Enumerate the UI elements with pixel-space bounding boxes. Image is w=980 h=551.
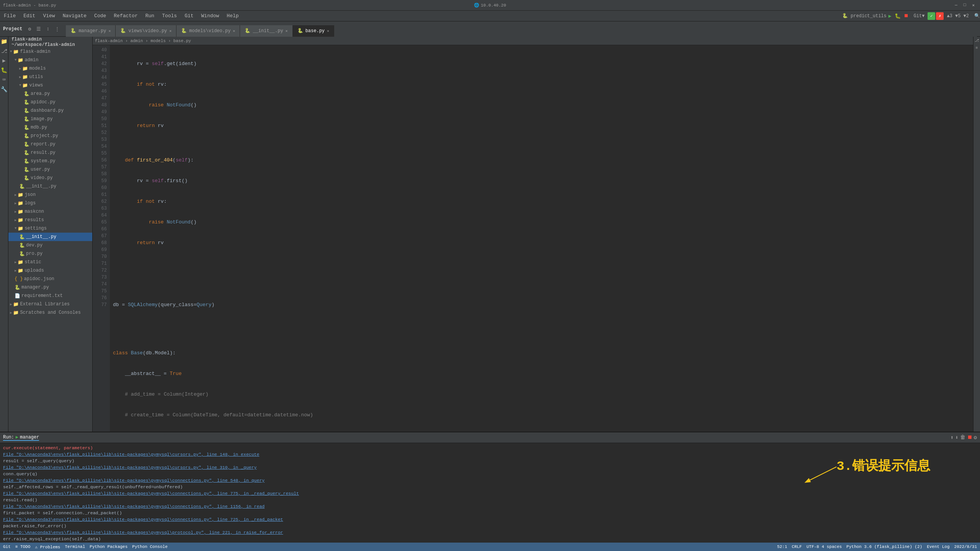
sidebar-item-report-py[interactable]: 🐍 report.py [8,140,92,148]
tab-models-video-py[interactable]: 🐍 models\video.py ✕ [176,25,240,37]
code-lines[interactable]: rv = self.get(ident) if not rv: raise No… [110,45,973,432]
sidebar-item-admin[interactable]: ▼ 📁 admin [8,56,92,64]
sidebar-item-apidoc-json[interactable]: { } apidoc.json [8,275,92,283]
tab-base-close[interactable]: ✕ [327,29,329,33]
sidebar-item-dev-py[interactable]: 🐍 dev.py [8,241,92,249]
status-python-packages[interactable]: Python Packages [90,544,127,549]
run-tool-icon[interactable]: ▶ [2,57,5,64]
sidebar-item-user-py[interactable]: 🐍 user.py [8,165,92,174]
panel-settings-icon[interactable]: ⚙ [974,434,977,441]
output-line-12[interactable]: File "D:\Anaconda3\envs\flask_pilline\li… [3,516,977,523]
menu-file[interactable]: File [0,11,20,21]
sidebar-item-external-libraries[interactable]: ▶ 📁 External Libraries [8,300,92,308]
toolbar-more-icon[interactable]: ⋮ [53,25,61,33]
sidebar-item-flask-admin[interactable]: ▼ 📁 flask-admin [8,47,92,56]
debug-button[interactable]: 🐛 [893,13,902,19]
scroll-top-icon[interactable]: ⬆ [951,434,954,441]
status-problems[interactable]: ⚠ Problems [35,544,60,549]
tab-init-close[interactable]: ✕ [286,29,288,33]
minimize-btn[interactable]: — [952,2,960,8]
status-python-console[interactable]: Python Console [132,544,167,549]
menu-git[interactable]: Git [181,11,197,21]
output-line-6[interactable]: File "D:\Anaconda3\envs\flask_pilline\li… [3,477,977,484]
menu-edit[interactable]: Edit [20,11,39,21]
status-git[interactable]: Git [3,544,11,549]
status-terminal[interactable]: Terminal [65,544,85,549]
output-line-8[interactable]: File "D:\Anaconda3\envs\flask_pilline\li… [3,490,977,497]
sidebar-item-init-settings[interactable]: 🐍 __init__.py [8,233,92,241]
output-line-7: self._affected_rows = self._read_query_r… [3,484,977,490]
toolbar-layout-icon[interactable]: ☰ [34,25,43,33]
sidebar-item-settings[interactable]: ▼ 📁 settings [8,224,92,233]
status-event-log[interactable]: Event Log [927,544,949,549]
debug-tool-icon[interactable]: 🐛 [1,67,7,73]
menu-window[interactable]: Window [198,11,223,21]
sidebar-item-video-py[interactable]: 🐍 video.py [8,174,92,182]
sidebar-item-json[interactable]: ▶ 📁 json [8,191,92,199]
right-panel-structure-icon[interactable]: ≡ [975,46,978,50]
menu-view[interactable]: View [39,11,59,21]
menu-tools[interactable]: Tools [158,11,181,21]
menu-run[interactable]: Run [142,11,158,21]
sidebar-item-logs[interactable]: ▶ 📁 logs [8,199,92,207]
sidebar-item-mdb-py[interactable]: 🐍 mdb.py [8,123,92,132]
sidebar-item-scratches[interactable]: ▶ 📁 Scratches and Consoles [8,308,92,317]
run-button[interactable]: ▶ [887,13,893,19]
structure-tool-icon[interactable]: 🔧 [1,86,7,93]
tab-manager-close[interactable]: ✕ [108,29,111,33]
terminal-tool-icon[interactable]: ⌨ [2,77,5,83]
sidebar-item-apidoc-py[interactable]: 🐍 apidoc.py [8,98,92,106]
tab-init-py[interactable]: 🐍 __init__.py ✕ [240,25,292,37]
sidebar-item-uploads[interactable]: ▶ 📁 uploads [8,266,92,275]
sidebar-item-result-py[interactable]: 🐍 result.py [8,148,92,157]
toolbar-settings-icon[interactable]: ⚙ [25,25,34,33]
sidebar-item-pro-py[interactable]: 🐍 pro.py [8,249,92,258]
tab-base-py[interactable]: 🐍 base.py ✕ [293,25,334,37]
sidebar-item-project-py[interactable]: 🐍 project.py [8,132,92,140]
window-title-bar: flask-admin - base.py 🌐 10.0.40.20 — □ ✕ [0,0,980,11]
clear-icon[interactable]: 🗑 [960,434,965,441]
close-btn[interactable]: ✕ [970,2,977,8]
code-content[interactable]: 40414243 44454647 48495051 52535455 5657… [93,45,973,432]
label-user-py: user.py [31,167,50,172]
tab-manager-py[interactable]: 🐍 manager.py ✕ [66,25,116,37]
toolbar-sort-icon[interactable]: ↕ [44,25,52,33]
sidebar-item-utils[interactable]: ▶ 📁 utils [8,73,92,81]
sidebar-item-views[interactable]: ▼ 📁 views [8,81,92,90]
menu-refactor[interactable]: Refactor [110,11,141,21]
label-utils: utils [29,74,43,80]
search-icon[interactable]: 🔍 [974,13,980,19]
output-line-4[interactable]: File "D:\Anaconda3\envs\flask_pilline\li… [3,464,977,471]
tab-views-video-close[interactable]: ✕ [169,29,172,33]
stop-button[interactable]: ⏹ [903,13,910,19]
project-tool-icon[interactable]: 📁 [1,38,7,45]
scroll-bottom-icon[interactable]: ⬇ [955,434,958,441]
sidebar-item-system-py[interactable]: 🐍 system.py [8,157,92,165]
commit-tool-icon[interactable]: ⎇ [1,48,7,54]
sidebar-item-static[interactable]: ▶ 📁 static [8,258,92,266]
tab-views-video-py[interactable]: 🐍 views\video.py ✕ [116,25,176,37]
menu-navigate[interactable]: Navigate [59,11,90,21]
sidebar-item-maskcnn[interactable]: ▶ 📁 maskcnn [8,207,92,216]
sidebar-item-results[interactable]: ▶ 📁 results [8,216,92,224]
output-line-10[interactable]: File "D:\Anaconda3\envs\flask_pilline\li… [3,503,977,510]
status-date: 2022/8/31 [954,544,977,549]
menu-code[interactable]: Code [90,11,110,21]
status-todo[interactable]: ≡ TODO [15,544,31,549]
sidebar-item-models[interactable]: ▶ 📁 models [8,64,92,73]
sidebar-item-init-py[interactable]: 🐍 __init__.py [8,182,92,191]
right-panel-git-icon[interactable]: ⎇ [975,38,979,43]
maximize-btn[interactable]: □ [961,2,969,8]
stop-run-icon[interactable]: ⏹ [967,434,972,441]
sidebar-item-area-py[interactable]: 🐍 area.py [8,90,92,98]
sidebar-item-manager-py[interactable]: 🐍 manager.py [8,283,92,292]
sidebar-item-requirement-txt[interactable]: 📄 requirement.txt [8,292,92,300]
run-tab[interactable]: Run: ▶ manager [3,434,39,441]
output-line-2[interactable]: File "D:\Anaconda3\envs\flask_pilline\li… [3,451,977,458]
console-output[interactable]: cur.execute(statement, parameters) File … [0,443,980,543]
menu-help[interactable]: Help [223,11,242,21]
tab-models-video-close[interactable]: ✕ [233,29,235,33]
sidebar-item-image-py[interactable]: 🐍 image.py [8,115,92,123]
output-line-14[interactable]: File "D:\Anaconda3\envs\flask_pilline\li… [3,529,977,536]
sidebar-item-dashboard-py[interactable]: 🐍 dashboard.py [8,106,92,115]
